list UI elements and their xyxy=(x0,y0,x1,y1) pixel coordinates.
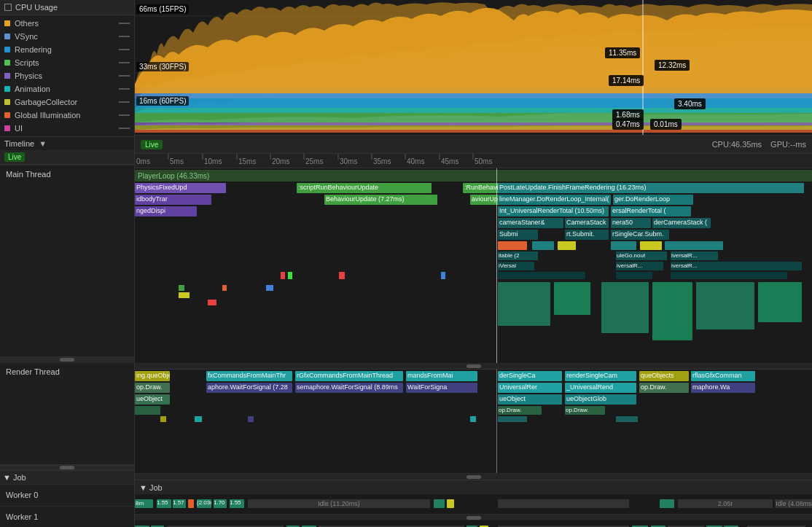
w0-bar-4[interactable]: (2.03r xyxy=(197,499,211,508)
iversal-3-bar[interactable]: iversalR... xyxy=(671,262,802,270)
legend-item-vsync[interactable]: VSync xyxy=(0,30,134,43)
render-wait-1[interactable]: aphore.WaitForSignal (7.28 xyxy=(206,383,292,393)
int-universal-bar[interactable]: Int_UniversalRenderTotal (10.50ms) xyxy=(498,206,609,216)
w0-bar-6[interactable]: 1.55 xyxy=(230,499,244,508)
stats-row: Live xyxy=(0,150,134,165)
idbody-bar[interactable]: idbodyTrar xyxy=(135,195,211,205)
main-thread-rows: PlayerLoop (46.33ms) PhysicsFixedUpd :sc… xyxy=(135,168,812,364)
render-draw-1[interactable]: op.Draw. xyxy=(135,383,170,393)
legend-item-rendering[interactable]: Rendering xyxy=(0,43,134,56)
rendering-label: Rendering xyxy=(15,45,52,54)
uleGo-bar[interactable]: uleGo.nout xyxy=(616,251,667,260)
thread-scroll-bar[interactable] xyxy=(135,364,812,370)
w0-bar-2[interactable]: 1.55 xyxy=(157,499,171,508)
script-run-bar[interactable]: :scriptRunBehaviourUpdate xyxy=(297,183,432,193)
render-ue-obj-2[interactable]: ueObject xyxy=(498,394,562,405)
legend-item-physics[interactable]: Physics xyxy=(0,69,134,82)
annotation-1135: 11.35ms xyxy=(605,47,640,58)
line-manager-bar[interactable]: lineManager.DoRenderLoop_Internal( xyxy=(498,195,611,205)
w0-bar-3[interactable]: 1.57 xyxy=(173,499,186,508)
sm-orange-1 xyxy=(222,285,227,291)
nged-disp-bar[interactable]: ngedDispi xyxy=(135,206,197,216)
worker0-scroll[interactable] xyxy=(135,515,812,520)
w0-bar-1[interactable]: 8m xyxy=(135,499,153,508)
ger-do-render-bar[interactable]: ger.DoRenderLoop xyxy=(613,195,693,205)
camera-stack-2-bar[interactable]: CameraStack xyxy=(565,218,609,228)
playerloop-bar[interactable]: PlayerLoop (46.33ms) xyxy=(135,170,812,181)
render-que-objects-1[interactable]: queObjects xyxy=(639,371,689,381)
legend-item-scripts[interactable]: Scripts xyxy=(0,56,134,69)
legend-item-others[interactable]: Others xyxy=(0,17,134,30)
timeline-sidebar[interactable]: Timeline ▼ xyxy=(0,136,134,150)
submit-1-bar[interactable]: Submi xyxy=(498,230,538,240)
main-thread-label: Main Thread xyxy=(6,170,51,179)
legend-item-gc[interactable]: GarbageCollector xyxy=(0,95,134,109)
render-ue-obj-1[interactable]: ueObject xyxy=(135,394,170,405)
timeline-dropdown-icon[interactable]: ▼ xyxy=(39,139,47,148)
behaviour-update-bar[interactable]: BehaviourUpdate (7.27ms) xyxy=(324,195,437,205)
render-wait-2[interactable]: semaphore.WaitForSignal (8.89ms xyxy=(295,383,403,393)
render-sm-2 xyxy=(195,416,202,422)
iversal-1-bar[interactable]: iVersal xyxy=(498,262,534,270)
thread-timeline-area: PlayerLoop (46.33ms) PhysicsFixedUpd :sc… xyxy=(135,168,812,527)
render-single-cam-1[interactable]: renderSingleCam xyxy=(565,371,636,381)
time-ruler: 0ms 5ms 10ms 15ms 20ms 25ms 30ms 35ms 40… xyxy=(135,154,812,168)
submit-single-bar[interactable]: rSingleCar.Subm. xyxy=(611,230,669,240)
render-fx-1[interactable]: fxCommandsFromMainThr xyxy=(206,371,292,381)
render-mands-1[interactable]: mandsFromMai xyxy=(406,371,477,381)
render-universal-1[interactable]: UniversalRer xyxy=(498,383,562,393)
sm-yellow-1 xyxy=(179,292,190,298)
render-universal-2[interactable]: _UniversalRend xyxy=(565,383,636,393)
render-scroll-bar[interactable] xyxy=(135,474,812,480)
ui-label: UI xyxy=(15,124,23,133)
scatter-2 xyxy=(532,241,554,250)
main-thread-sidebar: Main Thread xyxy=(0,165,134,356)
ersal-render-total-bar[interactable]: ersalRenderTotal ( xyxy=(611,206,691,216)
render-wait-3[interactable]: WaitForSigna xyxy=(406,383,477,393)
vsync-color-dot xyxy=(4,34,10,39)
w0-bar-7 xyxy=(434,499,445,508)
der-camera-stack-bar[interactable]: derCameraStack ( xyxy=(652,218,711,228)
legend-item-animation[interactable]: Animation xyxy=(0,82,134,95)
render-draw-4[interactable]: op.Draw. xyxy=(565,406,605,415)
render-draw-2[interactable]: op.Draw. xyxy=(639,383,689,393)
job-header[interactable]: ▼ Job xyxy=(0,470,134,485)
scripts-color-dot xyxy=(4,60,10,66)
render-wait-4[interactable]: maphore.Wa xyxy=(691,383,755,393)
animation-color-dot xyxy=(4,86,10,92)
job-section-header[interactable]: ▼ Job xyxy=(135,480,812,494)
fps-label-60: 16ms (60FPS) xyxy=(136,96,189,106)
w0-scroll-thumb xyxy=(466,516,481,520)
camera-stack-1-bar[interactable]: cameraStaner& xyxy=(498,218,563,228)
render-der-single-1[interactable]: derSingleCa xyxy=(498,371,562,381)
timeline-header: Live CPU:46.35ms GPU:--ms xyxy=(135,135,812,154)
gc-bar xyxy=(119,101,130,103)
cpu-chart[interactable]: 66ms (15FPS) 33ms (30FPS) 16ms (60FPS) 1… xyxy=(135,0,812,135)
render-gfx-1[interactable]: rGfxCommandsFromMainThread xyxy=(295,371,403,381)
camera-stack-3-bar[interactable]: nera50 xyxy=(611,218,651,228)
post-late-update-bar[interactable]: PostLateUpdate.FinishFrameRendering (16.… xyxy=(498,183,804,193)
timeline-label: Timeline xyxy=(4,139,34,148)
itable-bar[interactable]: itable (2 xyxy=(498,251,538,260)
render-thread-scroll[interactable] xyxy=(0,464,134,470)
scatter-5 xyxy=(640,241,662,250)
render-queue-1[interactable]: ing.queObjects xyxy=(135,371,170,381)
submit-2-bar[interactable]: rt.Submit. xyxy=(565,230,609,240)
scatter-6 xyxy=(665,241,723,250)
render-ue-obj-3[interactable]: ueObjectGlob xyxy=(565,394,636,405)
rendering-color-dot xyxy=(4,47,10,52)
w0-orange-1 xyxy=(188,499,194,508)
iversal-2-bar[interactable]: iversalR... xyxy=(616,262,663,270)
physics-fixed-bar[interactable]: PhysicsFixedUpd xyxy=(135,183,226,193)
w0-bar-5[interactable]: 1.70 xyxy=(214,499,227,508)
render-draw-3[interactable]: op.Draw. xyxy=(498,406,542,415)
legend-item-ui[interactable]: UI xyxy=(0,122,134,135)
render-rflas-1[interactable]: rflasGfxComman xyxy=(691,371,755,381)
deep-bar-3 xyxy=(671,272,787,279)
gi-bar xyxy=(119,114,130,116)
worker0-label: Worker 0 xyxy=(6,491,38,499)
green-block-1 xyxy=(498,282,550,326)
legend-item-gi[interactable]: Global Illumination xyxy=(0,109,134,122)
lversal-bar[interactable]: lversalR... xyxy=(671,251,718,260)
main-thread-scroll[interactable] xyxy=(0,356,134,362)
